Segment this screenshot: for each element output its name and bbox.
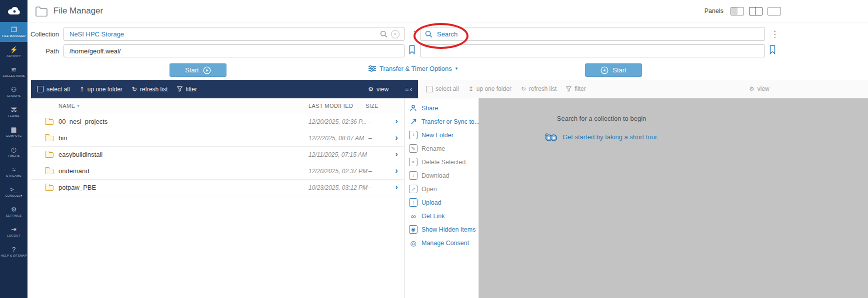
file-name[interactable]: ondemand	[58, 167, 89, 175]
right-bookmark-icon[interactable]	[769, 45, 776, 56]
file-row[interactable]: ondemand 12/20/2025, 02:37 PM – ›	[31, 163, 404, 180]
action-download[interactable]: ↓ Download	[404, 169, 478, 182]
column-size[interactable]: SIZE	[366, 103, 378, 109]
tour-link[interactable]: Get started by taking a short tour.	[479, 132, 724, 142]
folder-icon	[45, 152, 54, 158]
panel-split-divider	[756, 7, 756, 15]
delete-icon: ×	[409, 158, 418, 166]
search-input[interactable]	[436, 30, 760, 38]
rename-icon: ✎	[409, 144, 418, 153]
right-filter-button[interactable]: filter	[566, 85, 586, 92]
collections-icon: ≋	[11, 66, 16, 73]
checkbox-icon[interactable]	[426, 86, 432, 92]
file-name[interactable]: 00_nesi_projects	[58, 118, 108, 125]
sidebar-item-console[interactable]: >_ CONSOLE▾	[0, 182, 28, 202]
checkbox-icon[interactable]	[37, 86, 44, 92]
action-share[interactable]: Share	[404, 101, 478, 115]
collection-input[interactable]	[68, 30, 376, 38]
sidebar-item-settings[interactable]: ⚙ SETTINGS	[0, 202, 28, 222]
download-icon: ↓	[409, 171, 418, 180]
collection-clear-icon[interactable]: ×	[391, 30, 400, 38]
collection-search-icon[interactable]	[380, 30, 388, 38]
row-chevron-icon[interactable]: ›	[395, 166, 398, 176]
path-input-box	[64, 44, 404, 57]
transfer-timer-options[interactable]: Transfer & Timer Options ▾	[368, 65, 458, 72]
panel-layout-single-button[interactable]	[730, 7, 744, 15]
globus-logo[interactable]	[0, 0, 28, 22]
sidebar-item-timers[interactable]: ◷ TIMERS	[0, 142, 28, 162]
right-path-input[interactable]	[425, 47, 760, 55]
action-delete-selected[interactable]: × Delete Selected	[404, 155, 478, 169]
right-select-all-checkbox[interactable]: select all	[426, 85, 459, 92]
sidebar-item-file-manager[interactable]: ❐ FILE MANAGER	[0, 22, 28, 42]
file-name[interactable]: easybuildinstall	[58, 151, 102, 158]
sidebar-item-activity[interactable]: ⚡ ACTIVITY	[0, 42, 28, 62]
search-menu-dots-icon[interactable]: ⋮	[770, 30, 779, 38]
select-all-checkbox[interactable]: select all	[37, 86, 70, 93]
action-label: Transfer or Sync to...	[422, 118, 480, 125]
row-chevron-icon[interactable]: ›	[395, 182, 398, 192]
file-name[interactable]: bin	[58, 134, 67, 142]
action-show-hidden-items[interactable]: ◉ Show Hidden Items	[404, 223, 478, 236]
action-open[interactable]: ↗ Open	[404, 182, 478, 196]
sidebar-item-streams[interactable]: ≈ STREAMS	[0, 162, 28, 182]
right-up-one-folder-button[interactable]: ↥ up one folder	[468, 85, 512, 92]
up-one-folder-button[interactable]: ↥ up one folder	[80, 86, 122, 93]
row-chevron-icon[interactable]: ›	[395, 133, 398, 143]
action-label: Share	[422, 105, 438, 112]
row-chevron-icon[interactable]: ›	[395, 149, 398, 159]
file-list: 00_nesi_projects 12/20/2025, 02:36 P... …	[31, 114, 404, 196]
collection-input-box: ×	[64, 27, 404, 41]
refresh-list-button[interactable]: ↻ refresh list	[132, 86, 168, 93]
open-icon: ↗	[409, 185, 418, 193]
sidebar-item-help-sitemap[interactable]: ? HELP & SITEMAP	[0, 242, 28, 262]
logout-icon: ⇥	[11, 226, 16, 233]
action-rename[interactable]: ✎ Rename	[404, 142, 478, 155]
bookmark-icon[interactable]	[408, 45, 416, 56]
right-view-button[interactable]: ⚙ view	[749, 80, 770, 98]
start-transfer-right-button[interactable]: Start	[585, 63, 642, 77]
right-refresh-list-button[interactable]: ↻ refresh list	[521, 85, 556, 92]
file-row[interactable]: bin 12/2/2025, 08:07 AM – ›	[31, 130, 404, 147]
select-all-label: select all	[436, 85, 459, 92]
path-input[interactable]	[68, 47, 400, 55]
sidebar-item-groups[interactable]: ⚇ GROUPS	[0, 82, 28, 102]
streams-icon: ≈	[12, 166, 16, 173]
filter-button[interactable]: filter	[177, 86, 197, 93]
sidebar-item-label: COLLECTIONS	[2, 74, 25, 78]
panel-layout-split-button[interactable]	[749, 7, 762, 15]
start-button-label: Start	[612, 66, 626, 74]
collapse-panel-button[interactable]: ≡ ‹	[405, 85, 412, 93]
file-row[interactable]: 00_nesi_projects 12/20/2025, 02:36 P... …	[31, 114, 404, 130]
column-name[interactable]: NAME ▾	[58, 103, 80, 109]
tour-link-label[interactable]: Get started by taking a short tour.	[562, 133, 658, 141]
sidebar-item-compute[interactable]: ▦ COMPUTE	[0, 122, 28, 142]
gear-icon: ⚙	[749, 85, 754, 92]
sidebar-item-collections[interactable]: ≋ COLLECTIONS	[0, 62, 28, 82]
column-last-modified[interactable]: LAST MODIFIED	[308, 103, 353, 109]
action-label: Open	[422, 186, 437, 193]
action-get-link[interactable]: ∞ Get Link	[404, 209, 478, 223]
file-modified: 12/20/2025, 02:37 PM	[308, 168, 368, 175]
action-transfer-or-sync[interactable]: Transfer or Sync to...	[404, 115, 478, 128]
start-transfer-left-button[interactable]: Start	[170, 63, 226, 77]
refresh-icon: ↻	[521, 85, 526, 92]
sidebar-item-logout[interactable]: ⇥ LOGOUT	[0, 222, 28, 242]
file-name[interactable]: potpaw_PBE	[58, 184, 96, 191]
settings-icon: ⚙	[11, 206, 17, 213]
collection-menu-dots-icon[interactable]: ⋮	[410, 30, 418, 38]
timers-icon: ◷	[11, 146, 16, 153]
row-chevron-icon[interactable]: ›	[395, 116, 398, 126]
file-row[interactable]: easybuildinstall 12/11/2025, 07:15 AM – …	[31, 147, 404, 163]
right-path-input-box	[420, 44, 765, 57]
file-row[interactable]: potpaw_PBE 10/23/2025, 03:12 PM – ›	[31, 180, 404, 196]
action-new-folder[interactable]: + New Folder	[404, 128, 478, 142]
search-input-box	[420, 27, 765, 41]
panel-layout-wide-button[interactable]	[768, 7, 781, 15]
help-icon: ?	[12, 246, 16, 253]
view-button[interactable]: ⚙ view	[368, 86, 388, 93]
action-upload[interactable]: ↑ Upload	[404, 196, 478, 209]
refresh-list-label: refresh list	[140, 86, 168, 93]
sidebar-item-flows[interactable]: ⌘ FLOWS	[0, 102, 28, 122]
action-manage-consent[interactable]: ◎ Manage Consent	[404, 236, 478, 250]
